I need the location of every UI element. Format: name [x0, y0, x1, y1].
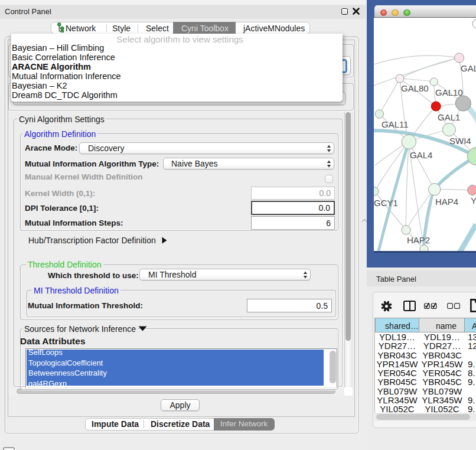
- svg-text:GAL11: GAL11: [382, 119, 409, 129]
- svg-text:GAL2: GAL2: [461, 63, 476, 73]
- svg-text:GAL4: GAL4: [410, 150, 432, 160]
- svg-text:HAP4: HAP4: [435, 197, 458, 207]
- svg-text:GAL1: GAL1: [438, 112, 460, 122]
- svg-text:GCY1: GCY1: [374, 198, 398, 208]
- svg-text:SWI4: SWI4: [449, 136, 471, 146]
- svg-text:GAL80: GAL80: [401, 83, 429, 93]
- svg-text:GAL10: GAL10: [435, 87, 463, 97]
- svg-text:HAP2: HAP2: [407, 235, 430, 245]
- svg-text:YJ: YJ: [471, 195, 476, 206]
